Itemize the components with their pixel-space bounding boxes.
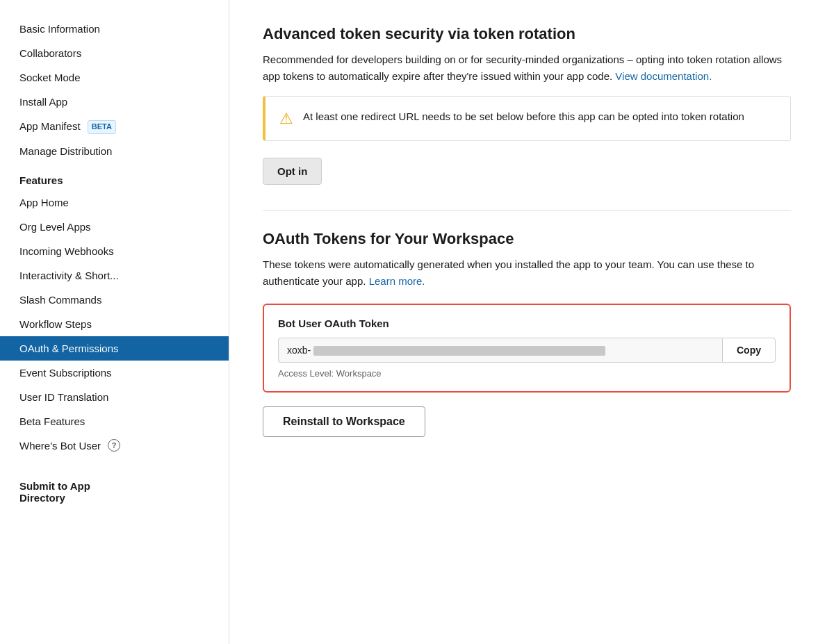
sidebar-item-socket-mode[interactable]: Socket Mode [0, 65, 229, 90]
sidebar-item-slash-commands[interactable]: Slash Commands [0, 288, 229, 312]
question-icon: ? [108, 439, 120, 452]
sidebar-item-basic-information[interactable]: Basic Information [0, 17, 229, 41]
sidebar-item-incoming-webhooks[interactable]: Incoming Webhooks [0, 239, 229, 263]
oauth-tokens-desc-text: These tokens were automatically generate… [263, 258, 754, 287]
sidebar-item-oauth-permissions[interactable]: OAuth & Permissions [0, 336, 229, 361]
sidebar-item-workflow-steps[interactable]: Workflow Steps [0, 312, 229, 336]
token-prefix: xoxb- [287, 345, 311, 356]
sidebar-item-app-home[interactable]: App Home [0, 190, 229, 215]
section-divider [263, 210, 791, 210]
sidebar-item-install-app[interactable]: Install App [0, 90, 229, 114]
wheres-bot-user-label: Where's Bot User [19, 438, 101, 453]
sidebar-item-user-id-translation[interactable]: User ID Translation [0, 385, 229, 409]
sidebar-item-collaborators[interactable]: Collaborators [0, 41, 229, 65]
main-content: Advanced token security via token rotati… [229, 0, 834, 644]
sidebar-item-wheres-bot-user[interactable]: Where's Bot User ? [0, 434, 229, 458]
token-security-title: Advanced token security via token rotati… [263, 25, 801, 43]
submit-section-header: Submit to App Directory [0, 469, 229, 508]
copy-token-button[interactable]: Copy [722, 338, 776, 363]
token-access-level: Access Level: Workspace [278, 368, 776, 379]
sidebar: Basic Information Collaborators Socket M… [0, 0, 229, 644]
sidebar-item-event-subscriptions[interactable]: Event Subscriptions [0, 361, 229, 385]
token-blur-value [313, 346, 605, 356]
view-documentation-link[interactable]: View documentation. [615, 70, 712, 82]
sidebar-features-items: App Home Org Level Apps Incoming Webhook… [0, 190, 229, 458]
bot-token-title: Bot User OAuth Token [278, 317, 776, 329]
beta-badge: BETA [88, 120, 116, 133]
sidebar-item-app-manifest[interactable]: App Manifest BETA [0, 114, 229, 139]
reinstall-workspace-button[interactable]: Reinstall to Workspace [263, 406, 425, 437]
opt-in-button[interactable]: Opt in [263, 158, 322, 185]
sidebar-item-manage-distribution[interactable]: Manage Distribution [0, 139, 229, 163]
oauth-tokens-description: These tokens were automatically generate… [263, 256, 791, 290]
features-section-header: Features [0, 163, 229, 190]
warning-icon: ⚠ [279, 110, 293, 128]
sidebar-item-beta-features[interactable]: Beta Features [0, 409, 229, 434]
token-input-row: xoxb- Copy [278, 338, 776, 363]
app-manifest-label: App Manifest [19, 120, 81, 132]
learn-more-link[interactable]: Learn more. [369, 275, 425, 287]
warning-box: ⚠ At least one redirect URL needs to be … [263, 96, 791, 141]
oauth-tokens-title: OAuth Tokens for Your Workspace [263, 230, 801, 248]
bot-token-box: Bot User OAuth Token xoxb- Copy Access L… [263, 304, 791, 393]
sidebar-item-org-level-apps[interactable]: Org Level Apps [0, 215, 229, 239]
token-input-field[interactable]: xoxb- [278, 338, 722, 363]
sidebar-item-interactivity[interactable]: Interactivity & Short... [0, 263, 229, 288]
sidebar-top-items: Basic Information Collaborators Socket M… [0, 17, 229, 163]
submit-header-text: Submit to App Directory [19, 480, 90, 504]
token-security-description: Recommended for developers building on o… [263, 51, 791, 85]
warning-text: At least one redirect URL needs to be se… [303, 109, 744, 125]
